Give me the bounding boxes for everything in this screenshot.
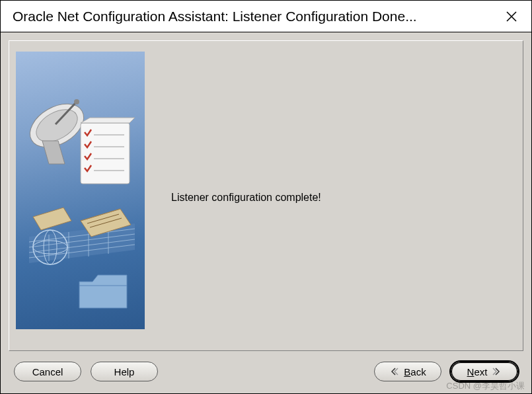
next-button[interactable]: Next bbox=[451, 362, 518, 381]
banner-illustration bbox=[16, 52, 145, 329]
titlebar: Oracle Net Configuration Assistant: List… bbox=[1, 1, 531, 32]
close-icon bbox=[506, 11, 517, 22]
chevron-left-icon bbox=[389, 368, 399, 375]
help-label: Help bbox=[114, 366, 135, 377]
chevron-right-icon bbox=[492, 368, 502, 375]
cancel-button[interactable]: Cancel bbox=[14, 362, 81, 381]
svg-rect-6 bbox=[81, 123, 130, 184]
button-bar: Cancel Help Back Next bbox=[9, 351, 523, 385]
svg-point-5 bbox=[74, 99, 79, 104]
back-button[interactable]: Back bbox=[374, 362, 441, 381]
window-title: Oracle Net Configuration Assistant: List… bbox=[13, 9, 498, 24]
dialog-body: Listener configuration complete! Cancel … bbox=[1, 32, 531, 393]
close-button[interactable] bbox=[498, 3, 525, 30]
next-label: Next bbox=[467, 366, 488, 377]
message-area: Listener configuration complete! bbox=[145, 52, 516, 344]
content-area: Listener configuration complete! bbox=[9, 40, 523, 351]
status-message: Listener configuration complete! bbox=[171, 192, 321, 204]
cancel-label: Cancel bbox=[32, 366, 63, 377]
dialog-window: Oracle Net Configuration Assistant: List… bbox=[0, 0, 532, 394]
help-button[interactable]: Help bbox=[91, 362, 158, 381]
wizard-banner bbox=[16, 52, 145, 329]
back-label: Back bbox=[404, 366, 426, 377]
